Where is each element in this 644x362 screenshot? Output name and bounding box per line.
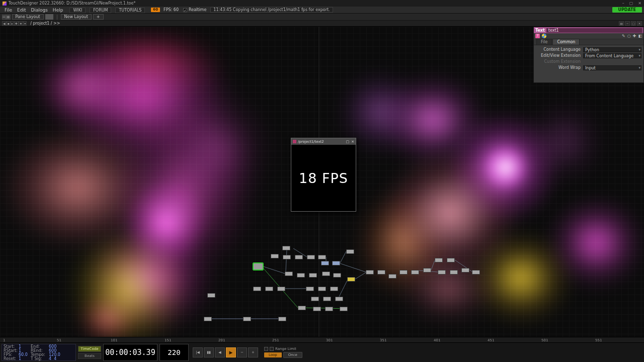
once-button[interactable]: Once xyxy=(283,352,302,358)
operator-node[interactable] xyxy=(377,270,385,275)
operator-node[interactable] xyxy=(307,255,315,259)
step-forward-button[interactable]: + xyxy=(248,347,258,357)
performance-meter[interactable]: 60 xyxy=(151,8,160,12)
operator-node[interactable] xyxy=(311,297,319,301)
operator-node[interactable] xyxy=(309,273,317,278)
parameter-dialog[interactable]: Text text1 ? ✎○✚◧ FileCommon Content Lan… xyxy=(533,27,644,83)
network-editor[interactable]: /project1/text2 ▢ ✕ 18 FPS Text text1 ? … xyxy=(0,27,644,337)
operator-node[interactable] xyxy=(295,255,303,259)
operator-node[interactable] xyxy=(435,258,443,262)
jump-to-start-button[interactable]: |◀ xyxy=(193,347,203,357)
menu-edit[interactable]: Edit xyxy=(15,8,28,13)
link-tutorials[interactable]: TUTORIALS xyxy=(115,8,145,13)
operator-node[interactable] xyxy=(447,258,455,262)
operator-node[interactable] xyxy=(278,317,286,321)
realtime-checkbox-icon[interactable]: ✓ xyxy=(183,8,187,12)
tab-file[interactable]: File xyxy=(536,39,552,45)
step-back-button[interactable]: − xyxy=(237,347,247,357)
menu-file[interactable]: File xyxy=(2,8,15,13)
pause-button[interactable]: ▮▮ xyxy=(204,347,214,357)
close-pane-icon[interactable]: ✕ xyxy=(637,21,642,26)
operator-node[interactable] xyxy=(271,254,279,258)
help-icon[interactable]: ? xyxy=(535,34,540,38)
operator-node[interactable] xyxy=(411,270,419,275)
operator-node[interactable] xyxy=(318,255,326,259)
operator-node[interactable] xyxy=(243,317,251,321)
operator-name-field[interactable]: text1 xyxy=(546,28,642,33)
collapse-icon[interactable]: ─ xyxy=(625,21,630,26)
play-forward-button[interactable]: ▶ xyxy=(226,347,236,357)
loop-button[interactable]: Loop xyxy=(264,352,282,357)
timeline-ruler[interactable]: 151101151201251301351401451501551 xyxy=(0,337,644,343)
add-icon[interactable]: ✚ xyxy=(14,21,19,26)
tab-common[interactable]: Common xyxy=(552,39,580,45)
floating-window-titlebar[interactable]: /project1/text2 ▢ ✕ xyxy=(291,138,356,145)
operator-node[interactable] xyxy=(297,273,305,278)
play-reverse-button[interactable]: ◀ xyxy=(215,347,225,357)
link-forum[interactable]: FORUM xyxy=(90,8,111,13)
operator-node[interactable] xyxy=(340,307,348,311)
operator-node[interactable] xyxy=(366,270,374,275)
add-parameter-icon[interactable]: ✚ xyxy=(633,34,636,38)
operator-node[interactable] xyxy=(346,249,354,254)
range-limit-end-icon[interactable] xyxy=(270,347,274,351)
breadcrumb[interactable]: / project1 / >> xyxy=(30,21,60,26)
operator-node[interactable] xyxy=(265,287,273,291)
timeline-setting-value[interactable]: 1 xyxy=(19,357,31,361)
operator-node[interactable] xyxy=(285,272,293,276)
timeline-settings[interactable]: Start:1End:600RStart:1REnd:600FPS:60.0Te… xyxy=(2,344,76,361)
minimize-button[interactable]: – xyxy=(622,1,624,6)
operator-node[interactable] xyxy=(330,287,338,291)
menu-dialogs[interactable]: Dialogs xyxy=(29,8,50,13)
param-value-field[interactable]: From Content Language▾ xyxy=(583,53,641,58)
maximize-pane-icon[interactable]: ▢ xyxy=(631,21,636,26)
expert-pencil-icon[interactable]: ✎ xyxy=(622,34,625,38)
operator-node[interactable] xyxy=(325,307,333,311)
menu-help[interactable]: Help xyxy=(50,8,66,13)
viewer-maximize-button[interactable]: ▢ xyxy=(346,140,350,144)
operator-node[interactable] xyxy=(253,287,261,291)
timeline-setting-value[interactable]: 4 4 xyxy=(49,357,72,361)
operator-node[interactable] xyxy=(335,297,343,301)
dropdown-icon[interactable]: ▾ xyxy=(23,21,27,26)
operator-node[interactable] xyxy=(298,306,306,310)
operator-node[interactable] xyxy=(347,277,355,282)
operator-node[interactable] xyxy=(323,297,331,301)
new-layout-button[interactable]: New Layout xyxy=(61,14,92,20)
operator-node[interactable] xyxy=(388,274,396,279)
operator-node[interactable] xyxy=(322,272,330,276)
operator-node[interactable] xyxy=(450,270,458,275)
add-layout-button[interactable]: + xyxy=(93,14,104,20)
update-button[interactable]: UPDATE xyxy=(612,7,642,13)
operator-node[interactable] xyxy=(438,270,446,275)
bookmark-icon[interactable]: ▪ xyxy=(7,21,11,26)
operator-node[interactable] xyxy=(283,255,291,259)
forward-arrow-icon[interactable]: ▸ xyxy=(11,21,14,26)
layout-preset-8[interactable] xyxy=(52,14,53,20)
link-wiki[interactable]: WIKI xyxy=(69,8,86,13)
layout-toggle-icon[interactable]: ◧ xyxy=(638,34,642,38)
comment-bubble-icon[interactable]: ○ xyxy=(627,34,631,38)
range-limit-start-icon[interactable] xyxy=(264,347,268,351)
operator-node[interactable] xyxy=(207,293,215,298)
operator-node[interactable] xyxy=(282,246,290,250)
operator-node[interactable] xyxy=(253,263,263,270)
maximize-button[interactable]: ▢ xyxy=(629,1,633,6)
operator-node[interactable] xyxy=(472,270,480,275)
current-frame-field[interactable]: 220 xyxy=(159,344,189,361)
language-icon[interactable] xyxy=(542,34,546,38)
param-value-field[interactable]: Python▾ xyxy=(583,47,641,52)
favorite-star-icon[interactable]: ★ xyxy=(19,21,23,26)
operator-node[interactable] xyxy=(332,261,340,265)
operator-node[interactable] xyxy=(461,268,469,273)
operator-node[interactable] xyxy=(321,261,329,265)
operator-node[interactable] xyxy=(204,317,212,321)
operator-node[interactable] xyxy=(313,307,321,311)
beats-mode-button[interactable]: Beats xyxy=(78,353,101,359)
floating-viewer-window[interactable]: /project1/text2 ▢ ✕ 18 FPS xyxy=(291,138,356,212)
pane-layout-button[interactable]: Pane Layout xyxy=(12,14,44,20)
operator-node[interactable] xyxy=(318,287,326,291)
back-arrow-icon[interactable]: ◀ xyxy=(2,21,7,26)
grid-icon[interactable]: ⊞ xyxy=(2,15,6,20)
close-button[interactable]: ✕ xyxy=(638,1,641,6)
